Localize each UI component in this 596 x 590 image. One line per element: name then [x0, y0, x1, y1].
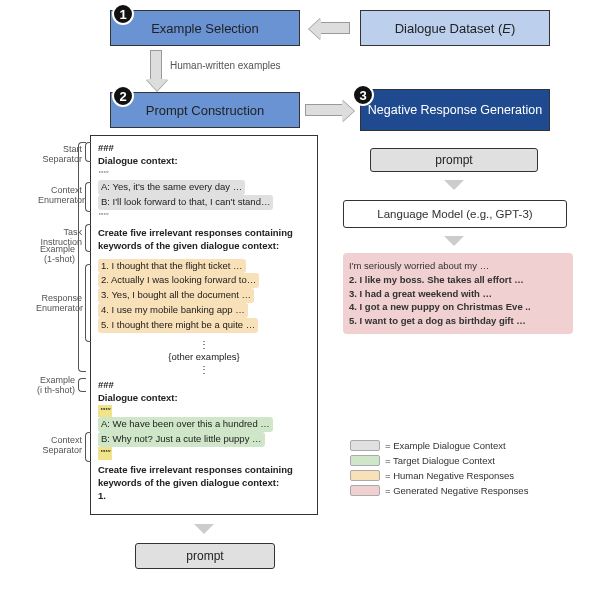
legend-swatch-green [350, 455, 380, 466]
language-model-box: Language Model (e.g., GPT-3) [343, 200, 567, 228]
example-ctx-a: A: Yes, it's the same every day … [98, 180, 310, 195]
label-task: TaskInstruction [38, 228, 82, 248]
legend-text-3: = Human Negative Responses [385, 470, 514, 481]
prompt-box-right: prompt [370, 148, 538, 172]
brace-resp-enum [85, 264, 91, 342]
quote-4: """ [98, 447, 112, 460]
brace-start-sep [85, 142, 91, 162]
step-1-badge: 1 [112, 3, 134, 25]
label-start-sep: StartSeparator [38, 145, 82, 165]
quote-1: """ [98, 168, 310, 181]
label-ishot: Example(i th-shot) [33, 376, 75, 396]
task-instruction-1: Create five irrelevant responses contain… [98, 227, 310, 253]
start-separator-text: ### [98, 142, 310, 155]
label-1shot: Example(1-shot) [35, 245, 75, 265]
dc-header-2: Dialogue context: [98, 392, 310, 405]
arrow-construction-to-generation [305, 104, 343, 116]
arrow-selection-to-construction [150, 50, 162, 80]
step-2-badge: 2 [112, 85, 134, 107]
label-resp-enum: ResponseEnumerator [36, 294, 82, 314]
example-selection-box: Example Selection [110, 10, 300, 46]
dialogue-dataset-box: Dialogue Dataset (E) [360, 10, 550, 46]
legend-swatch-orange [350, 470, 380, 481]
generated-responses-block: I'm seriously worried about my … 2. I li… [343, 253, 573, 334]
other-examples: {other examples} [98, 351, 310, 364]
label-ctx-sep: ContextSeparator [38, 436, 82, 456]
human-written-label: Human-written examples [170, 60, 281, 71]
gen-4: 4. I got a new puppy on Christmas Eve .. [349, 300, 567, 314]
vdots-1: ⋮ [98, 339, 310, 352]
legend-row-1: = Example Dialogue Context [350, 440, 528, 451]
target-ctx-a: A: We have been over this a hundred … [98, 417, 310, 432]
legend-row-4: = Generated Negative Responses [350, 485, 528, 496]
quote-2: """ [98, 210, 310, 223]
prompt-construction-box: Prompt Construction [110, 92, 300, 128]
prompt-content-block: ### Dialogue context: """ A: Yes, it's t… [98, 142, 310, 502]
legend-text-1: = Example Dialogue Context [385, 440, 506, 451]
legend-row-2: = Target Dialogue Context [350, 455, 528, 466]
brace-task [85, 224, 91, 252]
resp-2: 2. Actually I was looking forward to… [98, 273, 310, 288]
dialogue-dataset-label: Dialogue Dataset (E) [395, 21, 516, 36]
brace-ishot [78, 378, 86, 392]
arrow-dataset-to-selection [320, 22, 350, 34]
legend-swatch-grey [350, 440, 380, 451]
target-ctx-b: B: Why not? Just a cute little puppy … [98, 432, 310, 447]
quote-3: """ [98, 405, 112, 418]
negative-generation-box: Negative Response Generation [360, 89, 550, 131]
legend: = Example Dialogue Context = Target Dial… [350, 440, 528, 500]
resp-block: 1. I thought that the flight ticket … 2.… [98, 259, 310, 333]
prompt-box-bottom: prompt [135, 543, 275, 569]
gen-3: 3. I had a great weekend with … [349, 287, 567, 301]
gen-2: 2. I like my boss. She takes all effort … [349, 273, 567, 287]
example-ctx-b: B: I'll look forward to that, I can't st… [98, 195, 310, 210]
task-instruction-2: Create five irrelevant responses contain… [98, 464, 310, 490]
step-3-badge: 3 [352, 84, 374, 106]
gen-5: 5. I want to get a dog as birthday gift … [349, 314, 567, 328]
brace-ctx-enum [85, 182, 91, 212]
brace-ctx-sep [85, 432, 91, 462]
resp-5: 5. I thought there might be a quite … [98, 318, 310, 333]
final-1: 1. [98, 490, 310, 503]
gen-1: I'm seriously worried about my … [349, 259, 567, 273]
resp-3: 3. Yes, I bought all the document … [98, 288, 310, 303]
arrow-lm-to-gen [444, 236, 464, 246]
dc-header-1: Dialogue context: [98, 155, 310, 168]
legend-row-3: = Human Negative Responses [350, 470, 528, 481]
legend-text-4: = Generated Negative Responses [385, 485, 528, 496]
sep-2: ### [98, 379, 310, 392]
resp-1: 1. I thought that the flight ticket … [98, 259, 310, 274]
label-ctx-enum: ContextEnumerator [38, 186, 82, 206]
legend-swatch-pink [350, 485, 380, 496]
resp-4: 4. I use my mobile banking app … [98, 303, 310, 318]
legend-text-2: = Target Dialogue Context [385, 455, 495, 466]
arrow-prompt-to-lm [444, 180, 464, 190]
arrow-frame-to-prompt [194, 524, 214, 534]
vdots-2: ⋮ [98, 364, 310, 377]
